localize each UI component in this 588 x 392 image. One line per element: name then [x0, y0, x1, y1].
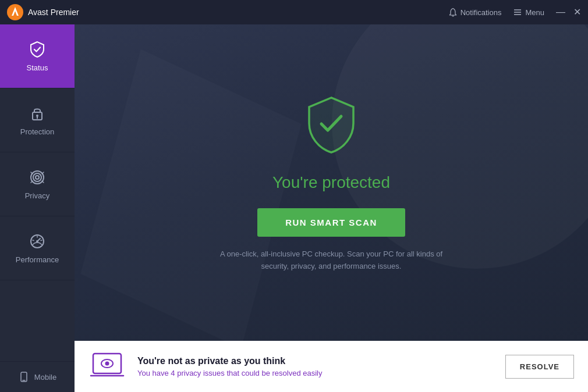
privacy-notification-bar: You're not as private as you think You h…: [75, 341, 588, 392]
content-area: You're protected RUN SMART SCAN A one-cl…: [75, 24, 588, 392]
sidebar-performance-label: Performance: [16, 255, 59, 264]
privacy-notification-text: You're not as private as you think You h…: [137, 356, 494, 377]
mobile-icon: [18, 371, 30, 383]
notifications-label: Notifications: [461, 8, 502, 17]
minimize-button[interactable]: —: [556, 8, 565, 17]
menu-button[interactable]: Menu: [513, 8, 544, 17]
resolve-button[interactable]: RESOLVE: [505, 355, 574, 379]
menu-label: Menu: [525, 8, 544, 17]
sidebar-item-mobile[interactable]: Mobile: [0, 362, 75, 392]
sidebar-privacy-label: Privacy: [25, 191, 50, 200]
sidebar-protection-label: Protection: [20, 127, 55, 136]
lock-icon: [28, 104, 47, 123]
laptop-eye-svg: [88, 348, 126, 385]
svg-point-9: [36, 176, 39, 179]
app-title: Avast Premier: [28, 8, 79, 17]
sidebar-status-label: Status: [27, 63, 48, 72]
title-bar-right: Notifications Menu — ✕: [448, 8, 581, 17]
sidebar: Status Protection Privacy: [0, 24, 75, 392]
svg-line-18: [41, 240, 42, 241]
svg-line-12: [31, 181, 33, 183]
window-controls: — ✕: [556, 8, 581, 17]
svg-line-10: [31, 172, 33, 174]
svg-line-11: [42, 172, 44, 174]
sidebar-item-status[interactable]: Status: [0, 24, 75, 88]
sidebar-item-performance[interactable]: Performance: [0, 216, 75, 280]
svg-line-19: [33, 240, 34, 241]
bell-icon: [448, 8, 458, 17]
fingerprint-icon: [28, 168, 47, 187]
main-layout: Status Protection Privacy: [0, 24, 588, 392]
notifications-button[interactable]: Notifications: [448, 8, 502, 17]
sidebar-item-privacy[interactable]: Privacy: [0, 152, 75, 216]
speedometer-icon: [28, 232, 47, 251]
run-smart-scan-button[interactable]: RUN SMART SCAN: [257, 208, 405, 237]
svg-point-25: [105, 362, 109, 366]
close-button[interactable]: ✕: [573, 8, 581, 17]
svg-point-8: [33, 173, 41, 181]
protection-status-text: You're protected: [272, 173, 390, 192]
shield-protected-svg: [302, 93, 360, 157]
svg-line-13: [42, 181, 44, 183]
sidebar-bottom: Mobile: [0, 361, 75, 392]
privacy-icon: [88, 348, 126, 385]
svg-point-16: [36, 240, 38, 243]
scan-description: A one-click, all-inclusive PC checkup. S…: [209, 248, 454, 273]
shield-check-icon: [28, 40, 47, 59]
protected-shield-icon: [302, 93, 360, 159]
content-main: You're protected RUN SMART SCAN A one-cl…: [75, 24, 588, 341]
title-bar-left: Avast Premier: [7, 4, 79, 20]
avast-logo-icon: [7, 4, 23, 20]
sidebar-mobile-label: Mobile: [34, 373, 56, 382]
privacy-notification-title: You're not as private as you think: [137, 356, 494, 366]
privacy-notification-subtitle: You have 4 privacy issues that could be …: [137, 369, 494, 377]
hamburger-icon: [513, 8, 522, 17]
sidebar-item-protection[interactable]: Protection: [0, 88, 75, 152]
svg-point-0: [7, 4, 23, 20]
title-bar: Avast Premier Notifications Menu — ✕: [0, 0, 588, 24]
